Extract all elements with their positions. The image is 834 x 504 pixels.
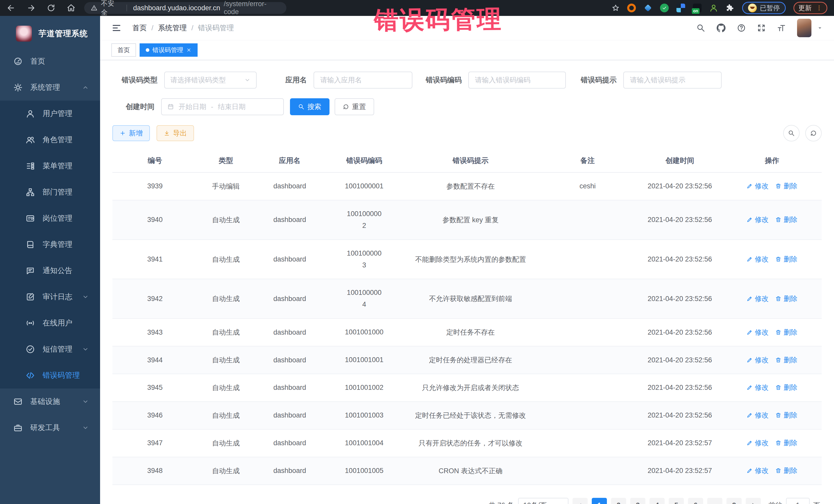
id-badge-icon [26, 214, 35, 223]
chevron-up-icon [82, 84, 89, 91]
page-button-4[interactable]: 4 [650, 498, 665, 504]
show-search-toggle-button[interactable] [783, 125, 799, 141]
hamburger-icon[interactable] [111, 23, 122, 33]
edit-link[interactable]: 修改 [746, 294, 769, 303]
error-type-select[interactable]: 请选择错误码类型 [164, 72, 257, 89]
next-page-button[interactable] [746, 498, 761, 504]
sidebar-logo[interactable]: 芋道管理系统 [0, 16, 100, 48]
extension-icon-green-check[interactable] [660, 4, 669, 12]
search-button[interactable]: 搜索 [290, 98, 329, 115]
col-id: 编号 [112, 149, 198, 172]
avatar-caret-icon[interactable] [817, 25, 823, 31]
page-button-1[interactable]: 1 [592, 498, 607, 504]
delete-link[interactable]: 删除 [775, 355, 797, 365]
extensions-puzzle-icon[interactable] [726, 4, 734, 12]
breadcrumb-system[interactable]: 系统管理 [158, 23, 187, 33]
delete-link[interactable]: 删除 [775, 438, 797, 447]
active-tab-dot [146, 48, 149, 52]
forward-icon[interactable] [27, 4, 36, 12]
extension-icon-orange[interactable] [627, 4, 636, 12]
edit-link[interactable]: 修改 [746, 181, 769, 191]
browser-menu-icon[interactable] [816, 5, 822, 11]
trash-icon [775, 440, 782, 446]
sidebar-item-notices[interactable]: 通知公告 [0, 258, 100, 284]
sidebar-item-system[interactable]: 系统管理 [0, 74, 100, 101]
sidebar-item-departments[interactable]: 部门管理 [0, 179, 100, 205]
delete-link[interactable]: 删除 [775, 255, 797, 264]
prev-page-button[interactable] [572, 498, 588, 504]
sidebar-item-dictionary[interactable]: 字典管理 [0, 232, 100, 258]
sidebar-item-audit-log[interactable]: 审计日志 [0, 284, 100, 310]
sidebar-item-online-users[interactable]: 在线用户 [0, 310, 100, 336]
error-msg-input[interactable] [630, 76, 716, 84]
close-icon[interactable] [186, 47, 192, 52]
system-submenu: 用户管理 角色管理 菜单管理 部门管理 [0, 101, 100, 389]
sidebar-item-home[interactable]: 首页 [0, 48, 100, 74]
extension-icon-tampermonkey[interactable]: on [693, 4, 702, 12]
delete-link[interactable]: 删除 [775, 383, 797, 392]
export-button[interactable]: 导出 [156, 125, 194, 141]
page-button-2[interactable]: 2 [611, 498, 626, 504]
tab-home[interactable]: 首页 [111, 43, 136, 57]
fullscreen-icon[interactable] [757, 24, 766, 32]
delete-link[interactable]: 删除 [775, 328, 797, 337]
profile-paused-pill[interactable]: 已暂停 [742, 2, 786, 14]
sidebar-item-roles[interactable]: 角色管理 [0, 127, 100, 153]
browser-toolbar-right: on 已暂停 更新 [612, 2, 827, 14]
page-button-5[interactable]: 5 [669, 498, 684, 504]
address-bar[interactable]: 不安全 dashboard.yudao.iocoder.cn/system/er… [84, 2, 286, 14]
page-button-8[interactable]: 8 [726, 498, 742, 504]
reset-button[interactable]: 重置 [335, 98, 374, 115]
github-icon[interactable] [717, 23, 726, 32]
edit-link[interactable]: 修改 [746, 215, 769, 224]
edit-link[interactable]: 修改 [746, 438, 769, 447]
logo-image [16, 26, 32, 42]
edit-link[interactable]: 修改 [746, 328, 769, 337]
back-icon[interactable] [7, 4, 15, 12]
page-jump-input[interactable] [786, 498, 810, 504]
browser-update-button[interactable]: 更新 [793, 2, 827, 14]
extension-icon-person[interactable] [709, 4, 718, 12]
app-name-input[interactable] [320, 76, 406, 84]
tab-error-code[interactable]: 错误码管理 [139, 43, 198, 57]
page-button-6[interactable]: 6 [688, 498, 703, 504]
reload-icon[interactable] [47, 4, 56, 12]
edit-link[interactable]: 修改 [746, 411, 769, 420]
font-size-icon[interactable] [777, 24, 786, 32]
breadcrumb: 首页 / 系统管理 / 错误码管理 [132, 23, 234, 33]
sidebar-item-sms[interactable]: 短信管理 [0, 336, 100, 363]
delete-link[interactable]: 删除 [775, 294, 797, 303]
add-button[interactable]: 新增 [112, 125, 150, 141]
delete-link[interactable]: 删除 [775, 215, 797, 224]
page-ellipsis[interactable]: ••• [707, 498, 722, 504]
extension-icon-squares[interactable] [676, 4, 685, 12]
sidebar-item-menus[interactable]: 菜单管理 [0, 153, 100, 179]
search-icon[interactable] [697, 24, 705, 32]
help-icon[interactable] [737, 24, 746, 32]
edit-link[interactable]: 修改 [746, 255, 769, 264]
sidebar-item-users[interactable]: 用户管理 [0, 101, 100, 127]
delete-link[interactable]: 删除 [775, 466, 797, 475]
screen: 错误码管理 不安全 dashboard.yudao.iocoder.cn/sys… [0, 0, 834, 504]
sidebar-item-error-code[interactable]: 错误码管理 [0, 363, 100, 389]
sidebar-item-dev-tools[interactable]: 研发工具 [0, 415, 100, 441]
page-size-select[interactable]: 10条/页 [518, 498, 568, 504]
extension-icon-gem[interactable] [643, 4, 652, 12]
date-range-picker[interactable]: 开始日期 - 结束日期 [161, 98, 284, 115]
breadcrumb-home[interactable]: 首页 [132, 23, 147, 33]
sidebar-item-posts[interactable]: 岗位管理 [0, 205, 100, 232]
sidebar-item-infrastructure[interactable]: 基础设施 [0, 389, 100, 415]
page-button-3[interactable]: 3 [630, 498, 645, 504]
edit-link[interactable]: 修改 [746, 466, 769, 475]
edit-link[interactable]: 修改 [746, 355, 769, 365]
delete-link[interactable]: 删除 [775, 411, 797, 420]
bookmark-star-icon[interactable] [612, 4, 619, 12]
not-secure-label: 不安全 [101, 0, 120, 17]
error-code-input[interactable] [475, 76, 560, 84]
refresh-table-button[interactable] [805, 125, 822, 141]
user-avatar[interactable] [797, 19, 811, 37]
edit-link[interactable]: 修改 [746, 383, 769, 392]
home-icon[interactable] [67, 4, 75, 12]
delete-link[interactable]: 删除 [775, 181, 797, 191]
app-title: 芋道管理系统 [39, 28, 88, 39]
